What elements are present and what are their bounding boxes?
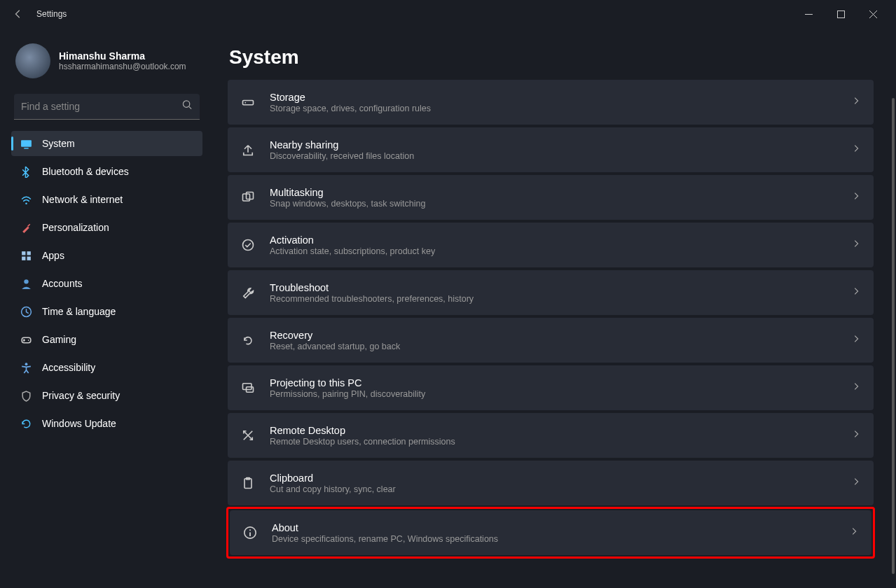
clipboard-icon — [240, 475, 256, 491]
sidebar-item-network-internet[interactable]: Network & internet — [11, 187, 202, 212]
search-input[interactable] — [14, 94, 200, 119]
svg-point-3 — [25, 202, 27, 204]
multitask-icon — [240, 190, 256, 205]
back-button[interactable] — [7, 3, 29, 25]
nav-item-label: Network & internet — [42, 194, 123, 205]
profile-name: Himanshu Sharma — [59, 50, 186, 62]
chevron-right-icon — [851, 286, 861, 299]
update-icon — [20, 417, 32, 430]
wrench-icon — [240, 285, 256, 300]
wifi-icon — [20, 193, 32, 206]
grid-icon — [20, 249, 32, 262]
setting-item-troubleshoot[interactable]: TroubleshootRecommended troubleshooters,… — [228, 270, 874, 315]
close-button[interactable] — [857, 3, 889, 25]
display-icon — [20, 137, 32, 150]
project-icon — [240, 380, 256, 396]
setting-item-projecting-to-this-pc[interactable]: Projecting to this PCPermissions, pairin… — [228, 365, 874, 410]
svg-point-11 — [27, 340, 29, 341]
highlight-box: AboutDevice specifications, rename PC, W… — [226, 507, 875, 559]
svg-point-14 — [244, 102, 246, 104]
minimize-button[interactable] — [792, 3, 825, 25]
svg-rect-6 — [22, 256, 25, 260]
chevron-right-icon — [851, 429, 861, 442]
nav-item-label: Privacy & security — [42, 390, 120, 401]
setting-item-clipboard[interactable]: ClipboardCut and copy history, sync, cle… — [228, 461, 874, 505]
chevron-right-icon — [851, 191, 861, 204]
window-controls — [792, 3, 889, 25]
bluetooth-icon — [20, 165, 32, 178]
svg-rect-2 — [21, 140, 32, 147]
brush-icon — [20, 221, 32, 234]
info-icon — [242, 525, 258, 540]
profile-email: hssharmahimanshu@outlook.com — [59, 62, 186, 71]
check-icon — [240, 237, 256, 253]
setting-desc: Recommended troubleshooters, preferences… — [270, 294, 837, 304]
page-title: System — [229, 46, 874, 69]
setting-item-nearby-sharing[interactable]: Nearby sharingDiscoverability, received … — [228, 127, 874, 172]
sidebar: Himanshu Sharma hssharmahimanshu@outlook… — [0, 28, 214, 588]
clock-icon — [20, 305, 32, 318]
setting-item-about[interactable]: AboutDevice specifications, rename PC, W… — [230, 510, 871, 555]
sidebar-item-windows-update[interactable]: Windows Update — [11, 411, 202, 436]
nav-item-label: Apps — [42, 250, 64, 261]
avatar — [15, 43, 50, 78]
remote-icon — [240, 428, 256, 443]
nav-item-label: Bluetooth & devices — [42, 166, 129, 177]
recovery-icon — [240, 332, 256, 348]
setting-title: Recovery — [270, 330, 837, 341]
sidebar-item-accounts[interactable]: Accounts — [11, 271, 202, 296]
svg-point-8 — [24, 279, 28, 284]
setting-item-storage[interactable]: StorageStorage space, drives, configurat… — [228, 80, 874, 125]
nav-item-label: Accounts — [42, 278, 83, 289]
chevron-right-icon — [851, 334, 861, 346]
search-icon — [182, 100, 193, 113]
chevron-right-icon — [851, 382, 861, 394]
setting-desc: Remote Desktop users, connection permiss… — [270, 437, 837, 447]
svg-point-12 — [25, 363, 27, 365]
setting-item-activation[interactable]: ActivationActivation state, subscription… — [228, 223, 874, 267]
sidebar-item-gaming[interactable]: Gaming — [11, 327, 202, 352]
svg-point-17 — [243, 240, 254, 251]
sidebar-item-accessibility[interactable]: Accessibility — [11, 355, 202, 380]
profile-section[interactable]: Himanshu Sharma hssharmahimanshu@outlook… — [11, 35, 202, 87]
svg-rect-5 — [27, 251, 30, 255]
gamepad-icon — [20, 333, 32, 346]
sidebar-item-privacy-security[interactable]: Privacy & security — [11, 383, 202, 408]
maximize-button[interactable] — [825, 3, 857, 25]
setting-desc: Reset, advanced startup, go back — [270, 342, 837, 351]
search-wrap — [14, 94, 200, 120]
nav-item-label: Accessibility — [42, 362, 95, 373]
sidebar-item-personalization[interactable]: Personalization — [11, 215, 202, 240]
svg-rect-4 — [22, 251, 25, 255]
sidebar-item-bluetooth-devices[interactable]: Bluetooth & devices — [11, 159, 202, 184]
sidebar-item-apps[interactable]: Apps — [11, 243, 202, 268]
svg-rect-13 — [243, 101, 254, 105]
setting-desc: Device specifications, rename PC, Window… — [272, 534, 835, 544]
chevron-right-icon — [851, 144, 861, 156]
sidebar-item-system[interactable]: System — [11, 131, 202, 156]
chevron-right-icon — [849, 526, 859, 539]
setting-item-remote-desktop[interactable]: Remote DesktopRemote Desktop users, conn… — [228, 413, 874, 458]
sidebar-item-time-language[interactable]: Time & language — [11, 299, 202, 324]
window-title: Settings — [36, 9, 67, 19]
setting-item-multitasking[interactable]: MultitaskingSnap windows, desktops, task… — [228, 175, 874, 220]
share-icon — [240, 142, 256, 158]
shield-icon — [20, 389, 32, 402]
nav-item-label: Gaming — [42, 334, 76, 345]
setting-title: Storage — [270, 92, 837, 103]
nav-list: SystemBluetooth & devicesNetwork & inter… — [11, 131, 202, 436]
setting-title: Clipboard — [270, 472, 837, 484]
setting-desc: Storage space, drives, configuration rul… — [270, 104, 837, 113]
svg-rect-0 — [837, 10, 844, 18]
setting-title: Projecting to this PC — [270, 377, 837, 388]
chevron-right-icon — [851, 96, 861, 108]
chevron-right-icon — [851, 239, 861, 251]
scrollbar[interactable] — [892, 98, 895, 574]
setting-item-recovery[interactable]: RecoveryReset, advanced startup, go back — [228, 318, 874, 363]
setting-title: About — [272, 522, 835, 533]
titlebar: Settings — [0, 0, 896, 28]
setting-desc: Activation state, subscriptions, product… — [270, 246, 837, 256]
settings-list: StorageStorage space, drives, configurat… — [228, 80, 874, 557]
nav-item-label: Time & language — [42, 306, 116, 317]
storage-icon — [240, 94, 256, 110]
